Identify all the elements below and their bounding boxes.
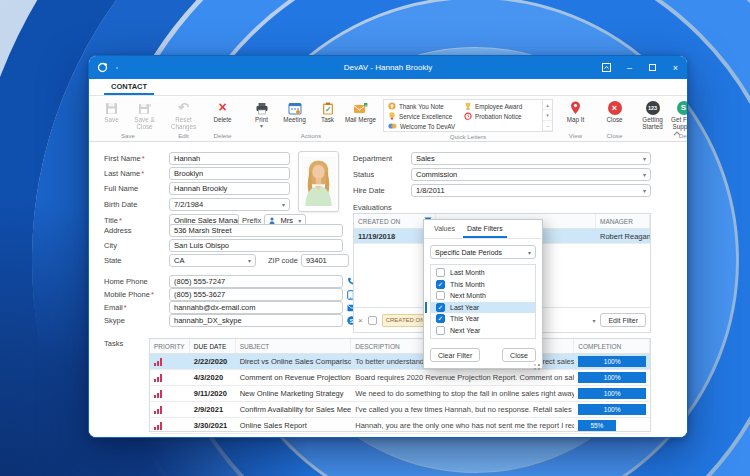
column-header-completion[interactable]: COMPLETION: [574, 339, 650, 353]
reset-changes-button[interactable]: ↶ Reset Changes: [167, 99, 200, 130]
tab-date-filters[interactable]: Date Filters: [463, 220, 507, 238]
tasks-grid: PRIORITY DUE DATE SUBJECT DESCRIPTION CO…: [149, 338, 651, 432]
column-header-subject[interactable]: SUBJECT: [236, 339, 352, 353]
mail-merge-button[interactable]: + Mail Merge: [344, 99, 377, 123]
column-header-manager[interactable]: MANAGER: [596, 214, 650, 228]
task-row[interactable]: 2/22/2020 Direct vs Online Sales Compari…: [150, 354, 650, 370]
email-row: Email* hannahb@dx-email.com: [104, 301, 357, 314]
zip-input[interactable]: 93401: [301, 254, 349, 267]
get-free-support-button[interactable]: S Get Free Support: [668, 99, 688, 130]
date-period-select[interactable]: Specific Date Periods▾: [430, 245, 536, 259]
meeting-button[interactable]: Meeting: [278, 99, 311, 123]
date-filter-popup: Values Date Filters Specific Date Period…: [423, 219, 543, 369]
completion-progress-bar: 55%: [578, 420, 646, 431]
print-button[interactable]: Print ▾: [245, 99, 278, 130]
checkbox[interactable]: [436, 314, 445, 323]
quick-letter-probation-notice[interactable]: Probation Notice: [464, 111, 540, 121]
checkbox[interactable]: [436, 291, 445, 300]
tab-values[interactable]: Values: [430, 220, 459, 238]
filter-item-next-year[interactable]: Next Year: [431, 325, 535, 337]
save-button[interactable]: Save: [95, 99, 128, 123]
gallery-scroll-up-icon[interactable]: ▴: [543, 100, 552, 110]
checkbox[interactable]: [436, 303, 445, 312]
email-input[interactable]: hannahb@dx-email.com: [169, 301, 343, 314]
priority-high-icon: [150, 390, 190, 398]
task-row[interactable]: 3/30/2021 Online Sales Report Hannah, yo…: [150, 418, 650, 434]
first-name-input[interactable]: Hannah: [169, 152, 290, 165]
clear-filter-button[interactable]: Clear Filter: [430, 348, 480, 362]
title-bar[interactable]: ▫ DevAV - Hannah Brookly – ×: [89, 56, 687, 79]
quick-letter-thank-you[interactable]: Thank You Note: [388, 101, 464, 111]
ribbon-collapse-button[interactable]: [673, 129, 681, 138]
full-name-row: Full Name Hannah Brookly: [104, 182, 290, 195]
mobile-phone-input[interactable]: (805) 555-3627: [169, 288, 343, 301]
save-close-button[interactable]: x Save & Close: [128, 99, 161, 130]
undo-icon: ↶: [178, 100, 189, 116]
close-popup-button[interactable]: Close: [502, 348, 536, 362]
quick-letter-welcome[interactable]: Welcome To DevAV: [388, 121, 464, 131]
gallery-scroll-down-icon[interactable]: ▾: [543, 110, 552, 120]
last-name-input[interactable]: Brooklyn: [169, 167, 290, 180]
maximize-button[interactable]: [641, 56, 664, 79]
filter-item-last-month[interactable]: Last Month: [431, 267, 535, 279]
priority-high-icon: [150, 422, 190, 430]
column-header-due-date[interactable]: DUE DATE: [190, 339, 236, 353]
checkbox[interactable]: [436, 326, 445, 335]
filter-enabled-checkbox[interactable]: [368, 316, 377, 325]
filter-criteria-chip[interactable]: CREATED ON: [382, 314, 428, 327]
task-row[interactable]: 9/11/2020 New Online Marketing Strategy …: [150, 386, 650, 402]
remove-filter-icon[interactable]: ×: [358, 316, 363, 325]
address-input[interactable]: 536 Marsh Street: [169, 224, 343, 237]
ribbon-group-close: × Close Close: [596, 97, 633, 141]
hire-date-label: Hire Date: [353, 186, 411, 195]
filter-dropdown-caret-icon[interactable]: ▾: [592, 317, 595, 324]
priority-high-icon: [150, 358, 190, 366]
evaluations-section-label: Evaluations: [353, 203, 392, 212]
close-window-button[interactable]: ×: [664, 56, 687, 79]
skype-input[interactable]: hannahb_DX_skype: [169, 314, 343, 327]
home-phone-row: Home Phone (805) 555-7247: [104, 275, 356, 288]
checkbox[interactable]: [436, 268, 445, 277]
chevron-down-icon: ▾: [643, 155, 646, 162]
filter-item-next-month[interactable]: Next Month: [431, 290, 535, 302]
state-select[interactable]: CA▾: [169, 254, 256, 267]
resize-grip[interactable]: [538, 364, 540, 366]
map-it-button[interactable]: Map It: [559, 99, 592, 123]
quick-letter-employee-award[interactable]: Employee Award: [464, 101, 540, 111]
filter-item-this-month[interactable]: This Month: [431, 279, 535, 291]
birth-date-input[interactable]: 7/2/1984▾: [169, 198, 290, 211]
ribbon-group-edit: ↶ Reset Changes Edit: [165, 97, 202, 141]
ribbon-tab-row: CONTACT: [89, 79, 687, 96]
column-header-priority[interactable]: PRIORITY: [150, 339, 190, 353]
minimize-button[interactable]: –: [618, 56, 641, 79]
last-name-label: Last Name*: [104, 169, 169, 178]
task-row[interactable]: 4/3/2020 Comment on Revenue Projections …: [150, 370, 650, 386]
hire-date-select[interactable]: 1/8/2011▾: [411, 184, 651, 197]
edit-filter-button[interactable]: Edit Filter: [600, 313, 646, 327]
filter-item-last-year[interactable]: Last Year: [431, 302, 535, 314]
status-select[interactable]: Commission▾: [411, 168, 651, 181]
department-select[interactable]: Sales▾: [411, 152, 651, 165]
checkbox[interactable]: [436, 280, 445, 289]
quick-letter-service-excellence[interactable]: Service Excellence: [388, 111, 464, 121]
delete-button[interactable]: × Delete: [206, 99, 239, 123]
task-button[interactable]: ✓ Task: [311, 99, 344, 123]
filter-item-this-year[interactable]: This Year: [431, 313, 535, 325]
ribbon-group-save: Save x Save & Close Save: [93, 97, 163, 141]
birth-date-label: Birth Date: [104, 200, 169, 209]
city-row: City San Luis Obispo: [104, 239, 343, 252]
ribbon-options-button[interactable]: [595, 56, 618, 79]
filter-popup-tabs: Values Date Filters: [424, 220, 542, 239]
close-circle-icon: ×: [608, 100, 622, 116]
tab-contact[interactable]: CONTACT: [104, 79, 154, 95]
desktop: ▫ DevAV - Hannah Brookly – × CONTACT: [0, 0, 750, 476]
close-record-button[interactable]: × Close: [598, 99, 631, 123]
home-phone-input[interactable]: (805) 555-7247: [169, 275, 343, 288]
full-name-input[interactable]: Hannah Brookly: [169, 182, 290, 195]
gallery-dropdown-icon[interactable]: ⌄: [543, 121, 552, 131]
clipboard-check-icon: ✓: [322, 100, 334, 116]
getting-started-button[interactable]: 123 Getting Started: [637, 99, 668, 130]
city-input[interactable]: San Luis Obispo: [169, 239, 343, 252]
task-row[interactable]: 2/9/2021 Confirm Availability for Sales …: [150, 402, 650, 418]
contact-photo[interactable]: [298, 151, 339, 212]
